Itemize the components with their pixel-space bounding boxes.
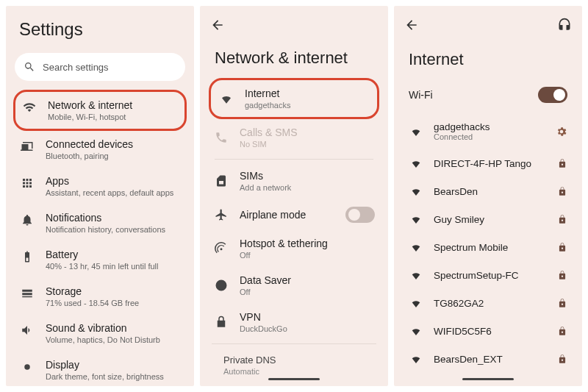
network-name: DIRECT-4F-HP Tango <box>434 158 531 169</box>
item-title: Network & internet <box>48 99 132 111</box>
top-bar <box>394 6 582 37</box>
bell-icon <box>21 213 34 227</box>
item-title: Sound & vibration <box>46 322 160 334</box>
item-title: SIMs <box>240 170 291 182</box>
wifi-network-gadgethacks[interactable]: gadgethacks Connected <box>397 113 579 149</box>
item-subtitle: Add a network <box>240 183 291 192</box>
network-item-data-saver[interactable]: Data Saver Off <box>203 267 385 304</box>
item-subtitle: Dark theme, font size, brightness <box>46 372 164 381</box>
item-title: Storage <box>46 285 139 297</box>
datasaver-icon <box>215 279 228 292</box>
settings-list: Network & internet Mobile, Wi-Fi, hotspo… <box>6 90 194 386</box>
item-subtitle: Mobile, Wi-Fi, hotspot <box>48 113 132 121</box>
item-title: Calls & SMS <box>240 126 298 138</box>
lock-icon <box>557 326 567 336</box>
wifi-solid-icon <box>410 297 422 309</box>
item-title: Apps <box>46 175 173 187</box>
screen-network-internet: Network & internet Internet gadgethacks … <box>200 6 388 386</box>
vpn-icon <box>215 316 228 329</box>
airplane-icon <box>215 208 228 221</box>
lock-icon <box>557 270 567 280</box>
divider <box>215 159 373 160</box>
wifi-solid-icon <box>410 126 422 138</box>
network-item-hotspot-tethering[interactable]: Hotspot & tethering Off <box>203 230 385 267</box>
wifi-network-spectrumsetup-fc[interactable]: SpectrumSetup-FC <box>397 261 579 289</box>
settings-item-apps[interactable]: Apps Assistant, recent apps, default app… <box>9 168 191 204</box>
item-subtitle: gadgethacks <box>245 101 290 110</box>
headset-icon[interactable] <box>557 18 572 32</box>
network-name: SpectrumSetup-FC <box>434 270 519 281</box>
item-title: Battery <box>46 249 158 260</box>
wifi-network-tg862ga2[interactable]: TG862GA2 <box>397 289 579 317</box>
lock-icon <box>557 214 567 224</box>
item-subtitle: Off <box>240 251 328 260</box>
network-list: Internet gadgethacks Calls & SMS No SIM … <box>200 78 388 341</box>
network-item-sims[interactable]: SIMs Add a network <box>203 163 385 199</box>
wifi-toggle[interactable] <box>538 87 567 103</box>
network-right-icon <box>557 298 567 308</box>
sim-icon <box>215 174 228 188</box>
wifi-solid-icon <box>220 92 233 105</box>
page-title: Network & internet <box>200 40 388 78</box>
network-name: BearsDen_EXT <box>434 354 503 365</box>
back-icon[interactable] <box>404 18 419 32</box>
network-item-calls-sms[interactable]: Calls & SMS No SIM <box>203 119 385 156</box>
network-name: Guy Smiley <box>434 214 484 225</box>
item-subtitle: 71% used - 18.54 GB free <box>46 299 139 307</box>
network-item-internet[interactable]: Internet gadgethacks <box>209 78 379 119</box>
settings-item-network-internet[interactable]: Network & internet Mobile, Wi-Fi, hotspo… <box>13 90 187 131</box>
settings-item-notifications[interactable]: Notifications Notification history, conv… <box>9 204 191 241</box>
wifi-toggle-row: Wi-Fi <box>394 81 582 113</box>
network-right-icon <box>557 242 567 252</box>
settings-item-connected-devices[interactable]: Connected devices Bluetooth, pairing <box>9 131 191 168</box>
battery-icon <box>21 250 34 263</box>
nav-bar <box>268 378 320 380</box>
item-subtitle: Bluetooth, pairing <box>46 152 133 160</box>
network-right-icon[interactable] <box>556 126 567 138</box>
wifi-network-bearsden-ext[interactable]: BearsDen_EXT <box>397 345 579 373</box>
wifi-solid-icon <box>410 185 422 197</box>
wifi-solid-icon <box>410 157 422 169</box>
wifi-network-spectrum-mobile[interactable]: Spectrum Mobile <box>397 233 579 261</box>
screen-settings: Settings Search settings Network & inter… <box>6 6 194 386</box>
settings-item-sound-vibration[interactable]: Sound & vibration Volume, haptics, Do No… <box>9 315 191 352</box>
wifi-network-list: gadgethacks Connected DIRECT-4F-HP Tango… <box>394 113 582 373</box>
network-name: WIFID5C5F6 <box>434 326 492 337</box>
network-item-airplane-mode[interactable]: Airplane mode <box>203 199 385 230</box>
lock-icon <box>557 186 567 196</box>
wifi-icon <box>23 101 36 114</box>
item-subtitle: Notification history, conversations <box>46 225 165 234</box>
wifi-label: Wi-Fi <box>409 89 433 101</box>
settings-item-battery[interactable]: Battery 40% - 13 hr, 45 min left until f… <box>9 241 191 278</box>
apps-icon <box>21 177 34 190</box>
network-name: TG862GA2 <box>434 298 484 309</box>
private-dns-value: Automatic <box>200 366 388 383</box>
wifi-network-direct-4f-hp-tango[interactable]: DIRECT-4F-HP Tango <box>397 149 579 177</box>
item-subtitle: DuckDuckGo <box>240 324 287 333</box>
item-title: Airplane mode <box>240 209 306 221</box>
gear-icon <box>556 126 567 138</box>
network-name: BearsDen <box>434 186 478 197</box>
devices-icon <box>21 140 34 153</box>
back-icon[interactable] <box>210 18 225 32</box>
network-right-icon <box>557 326 567 336</box>
wifi-network-wifid5c5f6[interactable]: WIFID5C5F6 <box>397 317 579 345</box>
search-input[interactable]: Search settings <box>15 53 185 81</box>
settings-item-display[interactable]: Display Dark theme, font size, brightnes… <box>9 352 191 386</box>
phone-icon <box>215 131 228 144</box>
item-subtitle: No SIM <box>240 140 298 149</box>
item-title: Connected devices <box>46 138 133 150</box>
lock-icon <box>557 242 567 252</box>
network-item-vpn[interactable]: VPN DuckDuckGo <box>203 304 385 341</box>
network-right-icon <box>557 158 567 168</box>
wifi-network-bearsden[interactable]: BearsDen <box>397 177 579 205</box>
display-icon <box>21 360 34 374</box>
wifi-network-guy-smiley[interactable]: Guy Smiley <box>397 205 579 233</box>
lock-icon <box>557 158 567 168</box>
toggle[interactable] <box>345 207 375 223</box>
private-dns-row[interactable]: Private DNS <box>200 347 388 366</box>
sound-icon <box>21 324 34 337</box>
nav-bar <box>462 378 514 380</box>
settings-item-storage[interactable]: Storage 71% used - 18.54 GB free <box>9 278 191 315</box>
search-icon <box>24 61 35 73</box>
